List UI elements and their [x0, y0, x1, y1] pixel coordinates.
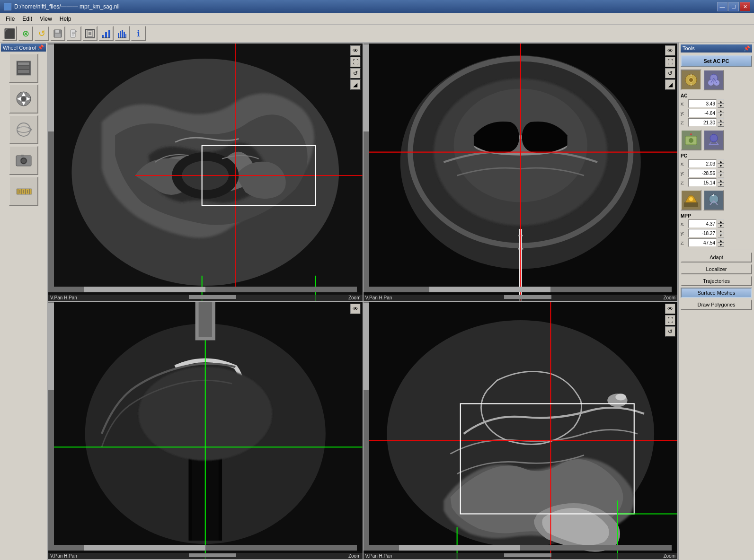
h-scrollbar-tl[interactable] — [54, 287, 357, 292]
h-scrollbar-tr[interactable] — [369, 287, 672, 292]
mpp-z-down[interactable]: ▼ — [718, 243, 724, 247]
pc-y-up[interactable]: ▲ — [718, 169, 724, 173]
minimize-button[interactable]: — — [717, 2, 727, 11]
v-scrollbar-bl[interactable] — [48, 302, 54, 551]
pc-x-spinner[interactable]: ▲ ▼ — [718, 159, 724, 168]
pc-x-label: x: — [681, 161, 687, 166]
trajectories-button[interactable]: Trajectories — [681, 276, 752, 286]
v-scrollbar-tl[interactable] — [48, 44, 54, 292]
mpp-x-up[interactable]: ▲ — [718, 219, 724, 224]
histogram-button[interactable] — [115, 26, 130, 41]
pan-button[interactable] — [9, 84, 38, 114]
rotate-button[interactable]: ↺ — [34, 26, 49, 41]
pc-x-input[interactable] — [688, 159, 717, 168]
set-ac-pc-button[interactable]: Set AC PC — [681, 55, 752, 67]
eye-button-tr[interactable]: 👁 — [665, 45, 675, 56]
maximize-button[interactable]: ☐ — [728, 2, 739, 11]
ac-y-input[interactable] — [688, 109, 717, 117]
v-scrollbar-tr[interactable] — [364, 44, 369, 292]
ac-z-up[interactable]: ▲ — [718, 118, 724, 122]
localizer-button[interactable]: Localizer — [681, 264, 752, 274]
refresh-button[interactable]: ⊗ — [18, 26, 33, 41]
status-right-tr: Zoom — [663, 295, 675, 300]
h-scrollbar-bl[interactable] — [54, 545, 357, 551]
pc-icon-2[interactable] — [703, 130, 724, 150]
mpp-y-down[interactable]: ▼ — [718, 233, 724, 237]
ac-x-down[interactable]: ▼ — [718, 104, 724, 108]
mpp-z-input[interactable] — [688, 238, 717, 247]
ac-x-spinner[interactable]: ▲ ▼ — [718, 99, 724, 108]
menu-edit[interactable]: Edit — [18, 15, 36, 23]
pc-icon-1[interactable] — [681, 130, 701, 150]
mpp-y-input[interactable] — [688, 229, 717, 237]
refresh-button-tr[interactable]: ↺ — [665, 68, 675, 79]
eye-button-br[interactable]: 👁 — [665, 304, 675, 314]
mpp-icon-1[interactable] — [681, 190, 701, 210]
settings-button-tr[interactable]: ◢ — [665, 79, 675, 90]
mpp-icon-2[interactable] — [703, 190, 724, 210]
mpp-x-spinner[interactable]: ▲ ▼ — [718, 219, 724, 228]
ac-coord-group: AC x: ▲ ▼ y: ▲ ▼ z: — [681, 93, 752, 127]
menu-view[interactable]: View — [36, 15, 56, 23]
status-left-tr: V.Pan H.Pan — [365, 295, 392, 300]
save-button[interactable] — [50, 26, 65, 41]
tools-pin-icon[interactable]: 📌 — [744, 45, 750, 52]
export-button[interactable] — [66, 26, 81, 41]
fullscreen-button-tr[interactable]: ⛶ — [665, 57, 675, 67]
ac-y-spinner[interactable]: ▲ ▼ — [718, 109, 724, 117]
eye-button-bl[interactable]: 👁 — [350, 304, 361, 314]
info-button[interactable]: ℹ — [131, 26, 146, 41]
fullscreen-button-br[interactable]: ⛶ — [665, 315, 675, 325]
ac-z-input[interactable] — [688, 118, 717, 127]
ac-x-up[interactable]: ▲ — [718, 99, 724, 104]
snapshot-button[interactable] — [9, 146, 38, 175]
pc-y-label: y: — [681, 171, 687, 176]
settings-button-tl[interactable]: ◢ — [350, 79, 361, 90]
ac-x-input[interactable] — [688, 99, 717, 108]
slice-button[interactable] — [9, 53, 38, 83]
wheel-panel-header: Wheel Control 📌 — [1, 44, 46, 52]
ac-icon-1[interactable] — [681, 70, 701, 90]
ac-y-up[interactable]: ▲ — [718, 109, 724, 113]
mpp-y-up[interactable]: ▲ — [718, 229, 724, 233]
wheel-panel-pin[interactable]: 📌 — [37, 44, 44, 51]
mpp-z-up[interactable]: ▲ — [718, 238, 724, 243]
eye-button-tl[interactable]: 👁 — [350, 45, 361, 56]
h-scrollbar-br[interactable] — [369, 545, 672, 551]
fullscreen-button-tl[interactable]: ⛶ — [350, 57, 361, 67]
v-scrollbar-br[interactable] — [364, 302, 369, 551]
stop-button[interactable]: ⬛ — [2, 26, 17, 41]
ac-z-spinner[interactable]: ▲ ▼ — [718, 118, 724, 127]
pc-z-down[interactable]: ▼ — [718, 183, 724, 187]
surface-meshes-button[interactable]: Surface Meshes — [681, 288, 752, 298]
menu-bar: File Edit View Help — [0, 13, 754, 25]
menu-file[interactable]: File — [2, 15, 18, 23]
refresh-button-tl[interactable]: ↺ — [350, 68, 361, 79]
pc-z-up[interactable]: ▲ — [718, 178, 724, 183]
pc-y-spinner[interactable]: ▲ ▼ — [718, 169, 724, 177]
ac-icon-2[interactable] — [703, 70, 724, 90]
pc-z-label: z: — [681, 180, 687, 185]
adapt-button[interactable]: Adapt — [681, 252, 752, 262]
pc-z-input[interactable] — [688, 178, 717, 187]
pc-x-down[interactable]: ▼ — [718, 164, 724, 168]
ac-z-down[interactable]: ▼ — [718, 122, 724, 127]
close-button[interactable]: ✕ — [740, 2, 750, 11]
menu-help[interactable]: Help — [56, 15, 75, 23]
measure-button[interactable] — [9, 176, 38, 206]
chart-button[interactable] — [98, 26, 114, 41]
rotate3d-button[interactable] — [9, 115, 38, 144]
mpp-x-input[interactable] — [688, 219, 717, 228]
mpp-x-down[interactable]: ▼ — [718, 224, 724, 228]
pc-z-spinner[interactable]: ▲ ▼ — [718, 178, 724, 187]
mpp-z-spinner[interactable]: ▲ ▼ — [718, 238, 724, 247]
pc-y-input[interactable] — [688, 169, 717, 177]
status-bar-bl: V.Pan H.Pan Zoom — [48, 553, 363, 559]
mpp-y-spinner[interactable]: ▲ ▼ — [718, 229, 724, 237]
pc-y-down[interactable]: ▼ — [718, 173, 724, 177]
pc-x-up[interactable]: ▲ — [718, 159, 724, 164]
ac-y-down[interactable]: ▼ — [718, 113, 724, 117]
layers-button[interactable] — [82, 26, 98, 41]
refresh-button-br[interactable]: ↺ — [665, 326, 675, 337]
draw-polygones-button[interactable]: Draw Polygones — [681, 299, 752, 310]
